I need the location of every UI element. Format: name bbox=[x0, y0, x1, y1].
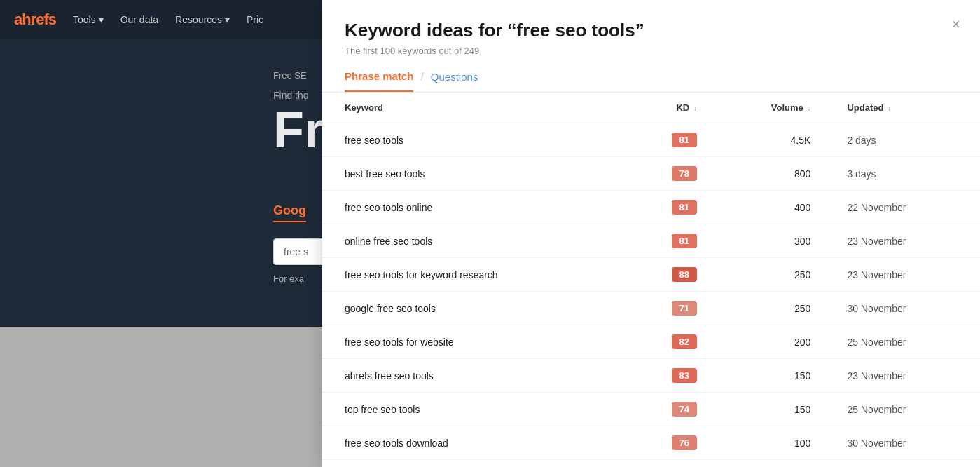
col-header-kd[interactable]: KD ↕ bbox=[619, 93, 711, 123]
cell-keyword: ahrefs free seo tools bbox=[322, 359, 619, 393]
cell-updated: 30 November bbox=[824, 426, 980, 460]
kd-badge: 71 bbox=[672, 301, 697, 316]
col-header-volume[interactable]: Volume ↓ bbox=[711, 93, 825, 123]
modal-subtitle: The first 100 keywords out of 249 bbox=[345, 46, 958, 56]
cell-kd: 83 bbox=[619, 359, 711, 393]
cell-volume: 250 bbox=[711, 292, 825, 325]
kd-badge: 82 bbox=[672, 334, 697, 349]
nav-tools: Tools ▾ bbox=[73, 14, 104, 25]
cell-keyword: online free seo tools bbox=[322, 224, 619, 258]
tab-divider: / bbox=[420, 71, 423, 92]
modal-title: Keyword ideas for “free seo tools” bbox=[345, 20, 958, 41]
cell-keyword: free seo tools bbox=[322, 123, 619, 157]
nav-resources: Resources ▾ bbox=[175, 14, 230, 25]
cell-keyword: best free seo tools bbox=[322, 157, 619, 191]
kd-badge: 83 bbox=[672, 368, 697, 383]
col-header-keyword: Keyword bbox=[322, 93, 619, 123]
updated-sort-icon: ↕ bbox=[888, 104, 891, 112]
kd-badge: 81 bbox=[672, 133, 697, 147]
cell-updated: 22 November bbox=[824, 191, 980, 224]
kd-badge: 76 bbox=[672, 435, 697, 450]
background-navbar: ahrefs Tools ▾ Our data Resources ▾ Pric bbox=[0, 0, 322, 39]
cell-keyword: google free seo tools bbox=[322, 292, 619, 325]
cell-kd: 76 bbox=[619, 426, 711, 460]
table-header-row: Keyword KD ↕ Volume ↓ Updated ↕ bbox=[322, 93, 980, 123]
cell-volume: 150 bbox=[711, 359, 825, 393]
cell-updated: 23 November bbox=[824, 224, 980, 258]
table-row: free seo tools online8140022 November bbox=[322, 191, 980, 224]
keyword-ideas-modal: Keyword ideas for “free seo tools” The f… bbox=[322, 0, 980, 467]
table-row: free seo tools download7610030 November bbox=[322, 426, 980, 460]
cell-kd: 81 bbox=[619, 191, 711, 224]
tabs-row: Phrase match / Questions bbox=[322, 70, 980, 93]
kd-badge: 78 bbox=[672, 166, 697, 181]
cell-keyword: free seo tools for website bbox=[322, 325, 619, 359]
cell-kd: 81 bbox=[619, 224, 711, 258]
cell-updated: 30 November bbox=[824, 292, 980, 325]
table-row: top free seo tools7415025 November bbox=[322, 393, 980, 426]
tab-questions[interactable]: Questions bbox=[431, 71, 478, 91]
kd-badge: 81 bbox=[672, 200, 697, 215]
cell-updated: 3 days bbox=[824, 157, 980, 191]
tab-phrase-match[interactable]: Phrase match bbox=[345, 70, 413, 92]
cell-volume: 200 bbox=[711, 325, 825, 359]
cell-volume: 4.5K bbox=[711, 123, 825, 157]
cell-keyword: free seo tools for keyword research bbox=[322, 258, 619, 292]
kd-badge: 88 bbox=[672, 267, 697, 282]
cell-keyword: free seo tools online bbox=[322, 191, 619, 224]
bg-for-example: For exa bbox=[273, 273, 304, 284]
cell-kd: 71 bbox=[619, 292, 711, 325]
cell-kd: 82 bbox=[619, 325, 711, 359]
table-row: free seo tools814.5K2 days bbox=[322, 123, 980, 157]
cell-volume: 300 bbox=[711, 224, 825, 258]
modal-header: Keyword ideas for “free seo tools” The f… bbox=[322, 0, 980, 56]
col-header-updated[interactable]: Updated ↕ bbox=[824, 93, 980, 123]
nav-pricing: Pric bbox=[247, 14, 263, 25]
kd-sort-icon: ↕ bbox=[693, 104, 697, 112]
cell-volume: 150 bbox=[711, 393, 825, 426]
table-row: free seo tools for website8220025 Novemb… bbox=[322, 325, 980, 359]
cell-updated: 2 days bbox=[824, 123, 980, 157]
ahrefs-logo: ahrefs bbox=[14, 11, 56, 29]
cell-volume: 100 bbox=[711, 426, 825, 460]
bg-find-subtitle: Find tho bbox=[273, 90, 324, 101]
bg-big-text: Fr bbox=[273, 101, 324, 158]
cell-volume: 800 bbox=[711, 157, 825, 191]
table-row: online free seo tools8130023 November bbox=[322, 224, 980, 258]
background-bottom bbox=[0, 327, 322, 467]
volume-sort-icon: ↓ bbox=[807, 104, 810, 112]
bg-title-area: Find tho Fr bbox=[273, 84, 324, 158]
cell-keyword: free seo tools download bbox=[322, 426, 619, 460]
cell-kd: 88 bbox=[619, 258, 711, 292]
bg-tab-area: Goog bbox=[273, 203, 306, 222]
cell-updated: 25 November bbox=[824, 393, 980, 426]
bg-google-tab: Goog bbox=[273, 203, 306, 222]
cell-keyword: top free seo tools bbox=[322, 393, 619, 426]
cell-updated: 23 November bbox=[824, 258, 980, 292]
kd-badge: 74 bbox=[672, 402, 697, 417]
cell-updated: 23 November bbox=[824, 359, 980, 393]
cell-volume: 400 bbox=[711, 191, 825, 224]
close-button[interactable]: × bbox=[951, 17, 960, 32]
bg-input-area: free s bbox=[273, 238, 329, 265]
table-row: best free seo tools788003 days bbox=[322, 157, 980, 191]
nav-our-data: Our data bbox=[120, 14, 158, 25]
cell-updated: 25 November bbox=[824, 325, 980, 359]
cell-kd: 78 bbox=[619, 157, 711, 191]
table-row: free seo tools for keyword research88250… bbox=[322, 258, 980, 292]
bg-search-input-display: free s bbox=[273, 238, 329, 265]
kd-badge: 81 bbox=[672, 234, 697, 248]
keywords-table: Keyword KD ↕ Volume ↓ Updated ↕ free seo… bbox=[322, 93, 980, 460]
table-row: ahrefs free seo tools8315023 November bbox=[322, 359, 980, 393]
cell-volume: 250 bbox=[711, 258, 825, 292]
cell-kd: 81 bbox=[619, 123, 711, 157]
table-row: google free seo tools7125030 November bbox=[322, 292, 980, 325]
bg-free-label: Free SE bbox=[273, 70, 307, 81]
cell-kd: 74 bbox=[619, 393, 711, 426]
